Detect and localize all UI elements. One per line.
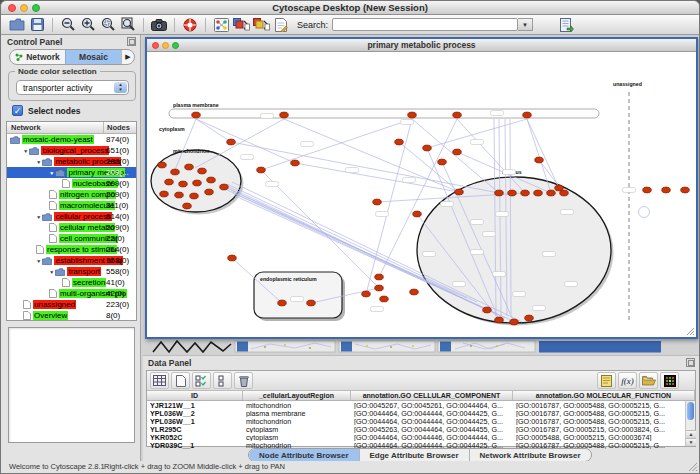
tree-row[interactable]: unassigned223(0) xyxy=(7,299,136,310)
import-network-icon[interactable] xyxy=(557,16,577,33)
import-attributes-icon[interactable] xyxy=(639,372,658,389)
tree-item-label[interactable]: Overview xyxy=(33,311,68,320)
network-node[interactable] xyxy=(307,300,316,306)
network-node[interactable] xyxy=(227,139,236,145)
minimized-window[interactable] xyxy=(438,341,535,352)
edge[interactable] xyxy=(295,163,459,192)
network-node[interactable] xyxy=(455,189,464,195)
table-row[interactable]: YLR295Ccytoplasm[GO:0045263, GO:0044464,… xyxy=(147,425,695,433)
network-node[interactable] xyxy=(535,157,544,163)
network-node[interactable] xyxy=(205,189,214,195)
zoom-selected-icon[interactable] xyxy=(98,16,118,33)
table-row[interactable]: YPL036W__2plasma membrane[GO:0044464, GO… xyxy=(147,409,695,417)
tree-row[interactable]: response to stimulu264(0) xyxy=(7,244,136,255)
network-node[interactable] xyxy=(190,193,199,199)
expand-arrow-icon[interactable]: ▼ xyxy=(36,159,41,164)
matrix-icon[interactable] xyxy=(660,372,679,389)
tree-row[interactable]: nucleobase-209(0) xyxy=(7,178,136,189)
network-node[interactable] xyxy=(192,112,201,118)
tree-row[interactable]: mosaic-demo-yeast874(0) xyxy=(7,134,136,145)
network-node[interactable] xyxy=(160,191,169,197)
table-scrollbar[interactable]: ▲ ▼ xyxy=(685,401,695,446)
open-icon[interactable] xyxy=(7,16,27,33)
minimized-windows-strip[interactable] xyxy=(145,340,698,354)
network-node[interactable] xyxy=(510,319,519,325)
tree-item-label[interactable]: transport xyxy=(67,267,101,276)
tree-row[interactable]: macromolecule311(0) xyxy=(7,200,136,211)
window-resize-grip[interactable] xyxy=(686,327,695,336)
network-node[interactable] xyxy=(257,167,266,173)
expand-arrow-icon[interactable]: ▼ xyxy=(49,170,54,175)
scroll-up-icon[interactable]: ▲ xyxy=(686,430,696,438)
tab-mosaic[interactable]: Mosaic xyxy=(65,50,121,64)
self-loop-edge[interactable] xyxy=(639,207,650,218)
network-node[interactable] xyxy=(681,187,690,193)
network-node[interactable] xyxy=(453,112,462,118)
minimized-window[interactable] xyxy=(539,341,661,353)
tree-row[interactable]: ▼establishment of lo558(0) xyxy=(7,255,136,266)
network-node[interactable] xyxy=(278,300,287,306)
network-node[interactable] xyxy=(380,296,389,302)
scrollbar-thumb[interactable] xyxy=(687,402,694,420)
network-node[interactable] xyxy=(438,159,447,165)
node-color-dropdown[interactable]: transporter activity ▲▼ xyxy=(16,80,129,95)
expand-arrow-icon[interactable]: ▼ xyxy=(36,214,41,219)
network-node[interactable] xyxy=(185,164,194,170)
attribute-mapper-icon[interactable] xyxy=(251,16,271,33)
network-node[interactable] xyxy=(423,145,432,151)
expand-arrow-icon[interactable]: ▼ xyxy=(49,269,54,274)
search-input[interactable] xyxy=(332,18,518,31)
table-row[interactable]: YPL036W__1mitochondrion[GO:0044464, GO:0… xyxy=(147,417,695,425)
network-node[interactable] xyxy=(375,274,384,280)
select-attributes-icon[interactable] xyxy=(192,372,211,389)
scroll-down-icon[interactable]: ▼ xyxy=(686,438,696,446)
tree-item-label[interactable]: cellular process xyxy=(54,212,112,221)
tab-network[interactable]: Network xyxy=(10,50,65,64)
tree-row[interactable]: cellular metabo209(0) xyxy=(7,222,136,233)
network-node[interactable] xyxy=(220,184,229,190)
column-header[interactable]: annotation.GO MOLECULAR_FUNCTION xyxy=(513,391,695,400)
network-node[interactable] xyxy=(165,179,174,185)
vizmapper-icon[interactable] xyxy=(231,16,251,33)
column-header[interactable]: _cellularLayoutRegion xyxy=(243,391,351,400)
network-node[interactable] xyxy=(662,187,671,193)
network-node[interactable] xyxy=(547,190,556,196)
tree-row[interactable]: ▼metabolic process280(0) xyxy=(7,156,136,167)
compartment-plasma-membrane[interactable] xyxy=(169,109,599,118)
expand-arrow-icon[interactable]: ▼ xyxy=(36,258,41,263)
network-node[interactable] xyxy=(408,112,417,118)
minimized-window[interactable] xyxy=(339,341,435,352)
tree-row[interactable]: multi-organism pro42(0) xyxy=(7,288,136,299)
network-node[interactable] xyxy=(523,112,532,118)
tree-item-label[interactable]: biological_process xyxy=(41,146,109,155)
float-panel-icon[interactable] xyxy=(686,358,695,367)
expand-arrow-icon[interactable]: ▼ xyxy=(23,148,28,153)
network-node[interactable] xyxy=(373,199,382,205)
network-node[interactable] xyxy=(158,162,167,168)
tab-network-attribute-browser[interactable]: Network Attribute Browser xyxy=(470,449,591,461)
network-node[interactable] xyxy=(171,169,180,175)
tree-row[interactable]: ▼cellular process614(0) xyxy=(7,211,136,222)
new-attribute-icon[interactable] xyxy=(171,372,190,389)
network-node[interactable] xyxy=(228,255,237,261)
network-node[interactable] xyxy=(525,315,534,321)
network-overview-icon[interactable] xyxy=(211,16,231,33)
zoom-in-icon[interactable] xyxy=(78,16,98,33)
tree-col-nodes[interactable]: Nodes xyxy=(104,122,136,133)
tree-item-label[interactable]: mosaic-demo-yeast xyxy=(22,135,94,144)
unselect-attributes-icon[interactable] xyxy=(213,372,232,389)
annotation-icon[interactable] xyxy=(271,16,291,33)
network-canvas[interactable]: plasma membranecytoplasmmitochondrionnuc… xyxy=(147,52,696,337)
network-node[interactable] xyxy=(555,185,564,191)
network-node[interactable] xyxy=(643,187,652,193)
network-node[interactable] xyxy=(413,211,422,217)
table-icon[interactable] xyxy=(150,372,169,389)
tree-row[interactable]: ▼biological_process651(0) xyxy=(7,145,136,156)
network-node[interactable] xyxy=(207,177,216,183)
compartment-nucleus[interactable] xyxy=(417,177,611,323)
table-row[interactable]: YKR052Ccytoplasm[GO:0044464, GO:0044446,… xyxy=(147,433,695,441)
network-node[interactable] xyxy=(193,180,202,186)
zoom-out-icon[interactable] xyxy=(58,16,78,33)
network-node[interactable] xyxy=(175,192,184,198)
network-node[interactable] xyxy=(291,160,300,166)
